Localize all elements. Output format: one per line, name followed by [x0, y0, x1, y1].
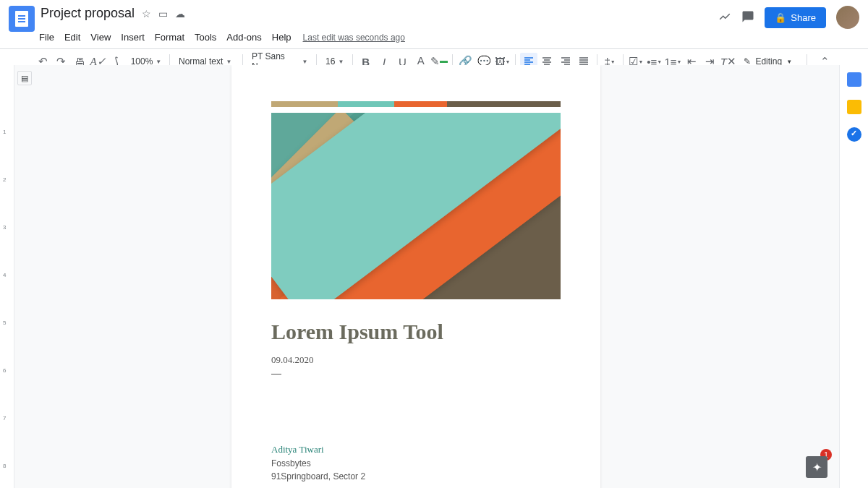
header-color-strip: [271, 101, 561, 107]
document-author[interactable]: Aditya Tiwari: [271, 444, 561, 455]
vertical-ruler[interactable]: 1 2 3 4 5 6 7 8: [0, 65, 14, 488]
menu-file[interactable]: File: [35, 30, 59, 44]
side-panel: [839, 65, 868, 488]
cloud-status-icon[interactable]: ☁: [175, 8, 185, 20]
calendar-icon[interactable]: [847, 72, 861, 87]
docs-logo-icon[interactable]: [9, 6, 35, 32]
menu-format[interactable]: Format: [150, 30, 189, 44]
lock-icon: 🔒: [775, 12, 786, 23]
page[interactable]: Lorem Ipsum Tool 09.04.2020 — Aditya Tiw…: [231, 65, 600, 488]
titlebar: Project proposal ☆ ▭ ☁ 🔒 Share: [0, 0, 868, 29]
star-icon[interactable]: ☆: [142, 8, 151, 20]
document-title[interactable]: Project proposal: [41, 6, 135, 21]
menu-view[interactable]: View: [86, 30, 115, 44]
move-icon[interactable]: ▭: [158, 8, 168, 20]
document-address[interactable]: 91Springboard, Sector 2: [271, 471, 561, 481]
comments-icon[interactable]: [741, 10, 754, 25]
menu-tools[interactable]: Tools: [190, 30, 221, 44]
keep-icon[interactable]: [847, 100, 861, 114]
document-company[interactable]: Fossbytes: [271, 458, 561, 468]
explore-button[interactable]: ✦: [806, 456, 827, 478]
edit-status[interactable]: Last edit was seconds ago: [303, 33, 405, 43]
document-date[interactable]: 09.04.2020: [271, 354, 561, 366]
menu-addons[interactable]: Add-ons: [222, 30, 265, 44]
document-separator[interactable]: —: [271, 367, 561, 379]
user-avatar[interactable]: [836, 6, 859, 29]
share-button[interactable]: 🔒 Share: [765, 7, 826, 28]
document-outline-icon[interactable]: ▤: [17, 71, 32, 85]
tasks-icon[interactable]: [847, 127, 861, 142]
menu-insert[interactable]: Insert: [116, 30, 149, 44]
hero-graphic: [271, 113, 561, 299]
menubar: File Edit View Insert Format Tools Add-o…: [0, 29, 868, 48]
document-heading[interactable]: Lorem Ipsum Tool: [271, 320, 561, 344]
document-canvas[interactable]: 1 2 3 4 5 6 7 8 ▤ Lorem Ipsum Tool 09.04…: [0, 65, 839, 488]
share-label: Share: [791, 12, 816, 23]
menu-help[interactable]: Help: [268, 30, 296, 44]
activity-icon[interactable]: [718, 10, 731, 25]
menu-edit[interactable]: Edit: [60, 30, 85, 44]
